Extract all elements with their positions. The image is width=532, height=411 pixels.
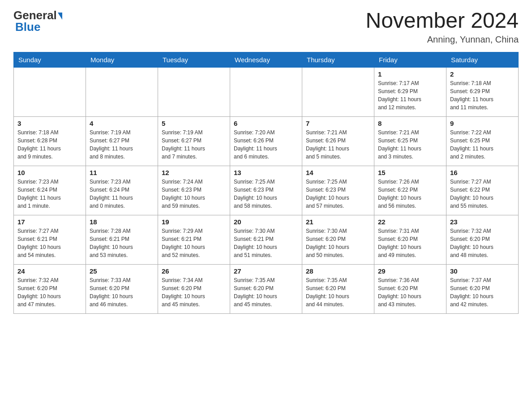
day-cell: 16Sunrise: 7:27 AM Sunset: 6:22 PM Dayli… [446,166,519,215]
header-saturday: Saturday [446,52,519,67]
day-number: 17 [17,218,82,226]
day-info: Sunrise: 7:36 AM Sunset: 6:20 PM Dayligh… [378,276,442,308]
header-friday: Friday [374,52,446,67]
day-number: 23 [450,218,515,226]
day-info: Sunrise: 7:30 AM Sunset: 6:21 PM Dayligh… [234,227,298,259]
day-cell: 21Sunrise: 7:30 AM Sunset: 6:20 PM Dayli… [302,215,374,264]
day-info: Sunrise: 7:18 AM Sunset: 6:28 PM Dayligh… [17,128,82,161]
day-number: 28 [306,267,370,275]
calendar-table: Sunday Monday Tuesday Wednesday Thursday… [13,52,519,314]
day-number: 29 [378,267,442,275]
day-cell: 6Sunrise: 7:20 AM Sunset: 6:26 PM Daylig… [230,116,302,166]
day-info: Sunrise: 7:20 AM Sunset: 6:26 PM Dayligh… [234,128,298,161]
day-number: 18 [90,218,154,226]
day-cell: 10Sunrise: 7:23 AM Sunset: 6:24 PM Dayli… [14,166,86,215]
day-cell: 4Sunrise: 7:19 AM Sunset: 6:27 PM Daylig… [86,116,158,166]
day-number: 3 [17,120,82,127]
day-cell: 8Sunrise: 7:21 AM Sunset: 6:25 PM Daylig… [374,116,446,166]
day-info: Sunrise: 7:35 AM Sunset: 6:20 PM Dayligh… [306,276,370,308]
day-info: Sunrise: 7:32 AM Sunset: 6:20 PM Dayligh… [17,276,82,308]
calendar-title-area: November 2024 Anning, Yunnan, China [365,9,519,45]
day-number: 5 [162,120,226,127]
day-number: 9 [450,120,515,127]
month-title: November 2024 [365,9,519,33]
day-cell [302,67,374,116]
day-number: 27 [234,267,298,275]
day-number: 26 [162,267,226,275]
day-cell: 25Sunrise: 7:33 AM Sunset: 6:20 PM Dayli… [86,264,158,313]
day-cell: 2Sunrise: 7:18 AM Sunset: 6:29 PM Daylig… [446,67,519,116]
day-cell: 29Sunrise: 7:36 AM Sunset: 6:20 PM Dayli… [374,264,446,313]
day-info: Sunrise: 7:37 AM Sunset: 6:20 PM Dayligh… [450,276,515,308]
day-cell: 17Sunrise: 7:27 AM Sunset: 6:21 PM Dayli… [14,215,86,264]
day-cell: 27Sunrise: 7:35 AM Sunset: 6:20 PM Dayli… [230,264,302,313]
day-number: 19 [162,218,226,226]
location-title: Anning, Yunnan, China [365,34,519,45]
day-cell: 24Sunrise: 7:32 AM Sunset: 6:20 PM Dayli… [14,264,86,313]
day-cell: 30Sunrise: 7:37 AM Sunset: 6:20 PM Dayli… [446,264,519,313]
day-info: Sunrise: 7:19 AM Sunset: 6:27 PM Dayligh… [90,128,154,161]
day-cell: 11Sunrise: 7:23 AM Sunset: 6:24 PM Dayli… [86,166,158,215]
day-cell: 15Sunrise: 7:26 AM Sunset: 6:22 PM Dayli… [374,166,446,215]
header-monday: Monday [86,52,158,67]
day-number: 13 [234,169,298,176]
day-number: 6 [234,120,298,127]
day-info: Sunrise: 7:17 AM Sunset: 6:29 PM Dayligh… [378,79,442,111]
day-info: Sunrise: 7:32 AM Sunset: 6:20 PM Dayligh… [450,227,515,259]
day-cell: 26Sunrise: 7:34 AM Sunset: 6:20 PM Dayli… [158,264,230,313]
day-cell: 13Sunrise: 7:25 AM Sunset: 6:23 PM Dayli… [230,166,302,215]
day-number: 10 [17,169,82,176]
day-info: Sunrise: 7:23 AM Sunset: 6:24 PM Dayligh… [17,178,82,210]
day-number: 11 [90,169,154,176]
day-cell: 7Sunrise: 7:21 AM Sunset: 6:26 PM Daylig… [302,116,374,166]
day-number: 8 [378,120,442,127]
day-number: 2 [450,70,515,78]
day-number: 7 [306,120,370,127]
day-info: Sunrise: 7:21 AM Sunset: 6:25 PM Dayligh… [378,128,442,161]
day-cell: 5Sunrise: 7:19 AM Sunset: 6:27 PM Daylig… [158,116,230,166]
header-thursday: Thursday [302,52,374,67]
day-cell: 18Sunrise: 7:28 AM Sunset: 6:21 PM Dayli… [86,215,158,264]
day-cell: 9Sunrise: 7:22 AM Sunset: 6:25 PM Daylig… [446,116,519,166]
day-info: Sunrise: 7:27 AM Sunset: 6:22 PM Dayligh… [450,178,515,210]
day-info: Sunrise: 7:23 AM Sunset: 6:24 PM Dayligh… [90,178,154,210]
day-cell: 28Sunrise: 7:35 AM Sunset: 6:20 PM Dayli… [302,264,374,313]
day-info: Sunrise: 7:18 AM Sunset: 6:29 PM Dayligh… [450,79,515,111]
day-number: 14 [306,169,370,176]
header-sunday: Sunday [14,52,86,67]
day-cell: 19Sunrise: 7:29 AM Sunset: 6:21 PM Dayli… [158,215,230,264]
day-cell: 14Sunrise: 7:25 AM Sunset: 6:23 PM Dayli… [302,166,374,215]
page-header: General Blue November 2024 Anning, Yunna… [13,9,519,45]
week-row-3: 10Sunrise: 7:23 AM Sunset: 6:24 PM Dayli… [14,166,519,215]
day-cell [14,67,86,116]
day-info: Sunrise: 7:25 AM Sunset: 6:23 PM Dayligh… [306,178,370,210]
day-number: 15 [378,169,442,176]
header-tuesday: Tuesday [158,52,230,67]
week-row-1: 1Sunrise: 7:17 AM Sunset: 6:29 PM Daylig… [14,67,519,116]
day-cell: 3Sunrise: 7:18 AM Sunset: 6:28 PM Daylig… [14,116,86,166]
day-info: Sunrise: 7:34 AM Sunset: 6:20 PM Dayligh… [162,276,226,308]
week-row-4: 17Sunrise: 7:27 AM Sunset: 6:21 PM Dayli… [14,215,519,264]
day-cell: 23Sunrise: 7:32 AM Sunset: 6:20 PM Dayli… [446,215,519,264]
day-number: 1 [378,70,442,78]
day-number: 16 [450,169,515,176]
week-row-5: 24Sunrise: 7:32 AM Sunset: 6:20 PM Dayli… [14,264,519,313]
day-info: Sunrise: 7:27 AM Sunset: 6:21 PM Dayligh… [17,227,82,259]
day-info: Sunrise: 7:29 AM Sunset: 6:21 PM Dayligh… [162,227,226,259]
day-info: Sunrise: 7:22 AM Sunset: 6:25 PM Dayligh… [450,128,515,161]
day-number: 12 [162,169,226,176]
day-cell: 22Sunrise: 7:31 AM Sunset: 6:20 PM Dayli… [374,215,446,264]
day-cell [158,67,230,116]
day-info: Sunrise: 7:24 AM Sunset: 6:23 PM Dayligh… [162,178,226,210]
day-number: 4 [90,120,154,127]
header-wednesday: Wednesday [230,52,302,67]
day-info: Sunrise: 7:21 AM Sunset: 6:26 PM Dayligh… [306,128,370,161]
calendar-header-row: Sunday Monday Tuesday Wednesday Thursday… [14,52,519,67]
day-cell: 1Sunrise: 7:17 AM Sunset: 6:29 PM Daylig… [374,67,446,116]
day-number: 22 [378,218,442,226]
day-info: Sunrise: 7:26 AM Sunset: 6:22 PM Dayligh… [378,178,442,210]
day-number: 21 [306,218,370,226]
week-row-2: 3Sunrise: 7:18 AM Sunset: 6:28 PM Daylig… [14,116,519,166]
day-info: Sunrise: 7:28 AM Sunset: 6:21 PM Dayligh… [90,227,154,259]
logo: General Blue [13,9,62,33]
